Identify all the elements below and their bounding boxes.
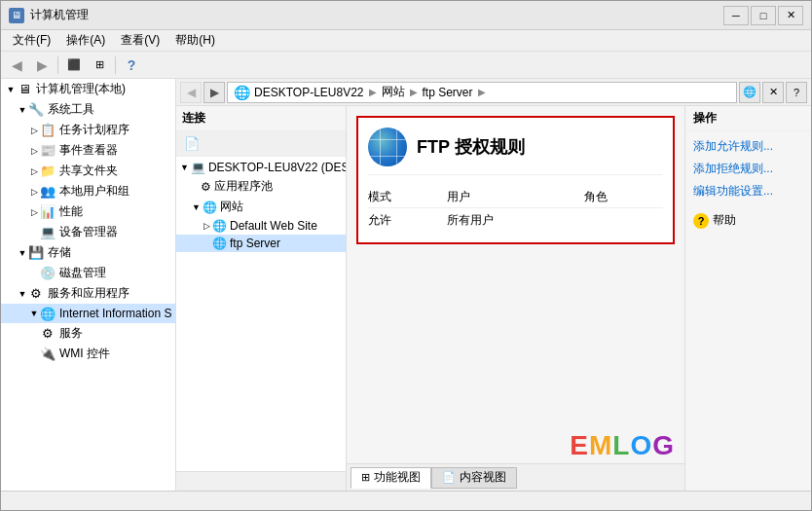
conn-app-pool[interactable]: ▷ ⚙ 应用程序池: [176, 176, 346, 197]
toolbar-separator: [57, 56, 58, 74]
content-view-label: 内容视图: [460, 469, 506, 486]
action-add-deny[interactable]: 添加拒绝规则...: [685, 158, 811, 180]
sidebar-system-tools[interactable]: ▼ 🔧 系统工具: [1, 99, 175, 120]
device-icon: 💻: [40, 225, 55, 240]
conn-root[interactable]: ▼ 💻 DESKTOP-LEU8V22 (DESKT: [176, 159, 346, 176]
sidebar-services[interactable]: ⚙ 服务: [1, 323, 175, 344]
folder-icon: 📁: [40, 164, 55, 179]
emlog-e: E: [570, 430, 589, 461]
content-view-tab[interactable]: 📄 内容视图: [431, 467, 517, 489]
sidebar-device-manager[interactable]: 💻 设备管理器: [1, 222, 175, 242]
nav-back-button[interactable]: ◀: [180, 82, 202, 103]
breadcrumb-sep-2: ▶: [410, 87, 418, 97]
minimize-button[interactable]: ─: [723, 6, 749, 25]
addr-icon-2[interactable]: ✕: [762, 82, 784, 103]
nav-forward-button[interactable]: ▶: [203, 82, 225, 103]
connection-pane: 连接 📄 ▼ 💻 DESKTOP-LEU8V22 (DESKT ▷ ⚙: [176, 106, 347, 491]
menu-view[interactable]: 查看(V): [113, 30, 167, 51]
addr-icon-3[interactable]: ?: [786, 82, 807, 103]
view-tabs: ⊞ 功能视图 📄 内容视图: [347, 463, 684, 491]
forward-button[interactable]: ▶: [30, 55, 54, 76]
close-button[interactable]: ✕: [778, 6, 803, 25]
action-button[interactable]: ⬛: [62, 55, 86, 76]
breadcrumb-sep-1: ▶: [369, 87, 377, 97]
right-panel-help[interactable]: ? 帮助: [685, 208, 811, 233]
sidebar-event-viewer[interactable]: ▷ 📰 事件查看器: [1, 140, 175, 161]
right-panel: 操作 添加允许规则... 添加拒绝规则... 编辑功能设置... ? 帮助: [684, 106, 811, 491]
connection-toolbar: 📄: [176, 131, 346, 157]
sidebar-wmi[interactable]: 🔌 WMI 控件: [1, 344, 175, 364]
sidebar-iis-label: Internet Information S: [59, 307, 171, 320]
conn-ftp-server[interactable]: ▷ 🌐 ftp Server: [176, 235, 346, 252]
sidebar-iis[interactable]: ▼ 🌐 Internet Information S: [1, 304, 175, 323]
view-button[interactable]: ⊞: [88, 55, 111, 76]
conn-add-button[interactable]: 📄: [180, 133, 203, 155]
storage-icon: 💾: [28, 245, 44, 261]
sidebar-shared-label: 共享文件夹: [59, 163, 118, 179]
conn-root-label: DESKTOP-LEU8V22 (DESKT: [208, 161, 346, 174]
iis-icon: 🌐: [40, 306, 55, 321]
computer-icon: 🖥: [17, 82, 32, 97]
right-panel-header: 操作: [685, 106, 811, 131]
main-panel: FTP 授权规则 模式 用户 角色: [347, 106, 684, 491]
toolbar-separator-2: [115, 56, 116, 74]
sidebar-task-scheduler[interactable]: ▷ 📋 任务计划程序: [1, 120, 175, 140]
content-area: 连接 📄 ▼ 💻 DESKTOP-LEU8V22 (DESKT ▷ ⚙: [176, 106, 811, 491]
sidebar-storage[interactable]: ▼ 💾 存储: [1, 242, 175, 263]
sidebar-root[interactable]: ▼ 🖥 计算机管理(本地): [1, 79, 175, 99]
expand-icon: ▷: [28, 186, 40, 198]
expand-icon: ▼: [28, 308, 40, 319]
action-edit-settings[interactable]: 编辑功能设置...: [685, 180, 811, 202]
panel-content: FTP 授权规则 模式 用户 角色: [347, 106, 684, 463]
sidebar-device-label: 设备管理器: [59, 224, 118, 240]
svc-icon: ⚙: [28, 286, 44, 302]
ftp-rules-table: 模式 用户 角色 允许 所有用户: [368, 187, 663, 233]
col-mode: 模式: [368, 187, 447, 208]
sidebar-perf-label: 性能: [59, 203, 83, 220]
back-button[interactable]: ◀: [5, 55, 28, 76]
addr-icon-1[interactable]: 🌐: [739, 82, 760, 103]
sidebar-disk-mgmt[interactable]: 💿 磁盘管理: [1, 263, 175, 283]
sidebar-system-tools-label: 系统工具: [48, 101, 94, 118]
action-add-allow[interactable]: 添加允许规则...: [685, 135, 811, 158]
sidebar-performance[interactable]: ▷ 📊 性能: [1, 201, 175, 222]
expand-icon: ▼: [17, 104, 28, 116]
help-button[interactable]: ?: [120, 55, 143, 76]
sidebar-services-apps[interactable]: ▼ ⚙ 服务和应用程序: [1, 283, 175, 304]
sidebar-storage-label: 存储: [48, 244, 71, 261]
address-field[interactable]: 🌐 DESKTOP-LEU8V22 ▶ 网站 ▶ ftp Server ▶: [227, 82, 737, 103]
help-icon: ?: [693, 213, 709, 229]
sidebar-local-users[interactable]: ▷ 👥 本地用户和组: [1, 181, 175, 201]
sidebar-shared-folders[interactable]: ▷ 📁 共享文件夹: [1, 161, 175, 181]
breadcrumb-site: 网站: [382, 84, 405, 100]
status-bar: [1, 491, 811, 510]
breadcrumb-ftp: ftp Server: [423, 86, 473, 99]
table-row[interactable]: 允许 所有用户: [368, 208, 663, 234]
sidebar-event-label: 事件查看器: [59, 142, 118, 159]
col-user: 用户: [447, 187, 584, 208]
menu-bar: 文件(F) 操作(A) 查看(V) 帮助(H): [1, 30, 811, 52]
menu-help[interactable]: 帮助(H): [167, 30, 223, 51]
breadcrumb-sep-3: ▶: [478, 87, 486, 97]
expand-icon: ▷: [28, 165, 40, 177]
menu-action[interactable]: 操作(A): [58, 30, 113, 51]
address-right-buttons: 🌐 ✕ ?: [739, 82, 807, 103]
expand-icon: ▼: [5, 84, 17, 95]
ftp-authorization-panel: FTP 授权规则 模式 用户 角色: [356, 116, 675, 244]
schedule-icon: 📋: [40, 123, 55, 138]
feature-view-tab[interactable]: ⊞ 功能视图: [351, 467, 431, 489]
menu-file[interactable]: 文件(F): [5, 30, 58, 51]
right-panel-actions: 添加允许规则... 添加拒绝规则... 编辑功能设置...: [685, 135, 811, 202]
conn-scroll[interactable]: [176, 471, 346, 491]
title-bar: 🖥 计算机管理 ─ □ ✕: [1, 1, 811, 30]
ftp-globe-icon: [368, 128, 407, 166]
address-bar: ◀ ▶ 🌐 DESKTOP-LEU8V22 ▶ 网站 ▶ ftp Server …: [176, 79, 811, 106]
disk-icon: 💿: [40, 266, 55, 281]
sidebar-services-label: 服务: [59, 325, 83, 342]
feature-view-label: 功能视图: [374, 469, 421, 486]
maximize-button[interactable]: □: [751, 6, 776, 25]
conn-default-site[interactable]: ▷ 🌐 Default Web Site: [176, 217, 346, 235]
perf-icon: 📊: [40, 204, 55, 220]
cell-user: 所有用户: [447, 208, 584, 234]
conn-sites[interactable]: ▼ 🌐 网站: [176, 197, 346, 217]
